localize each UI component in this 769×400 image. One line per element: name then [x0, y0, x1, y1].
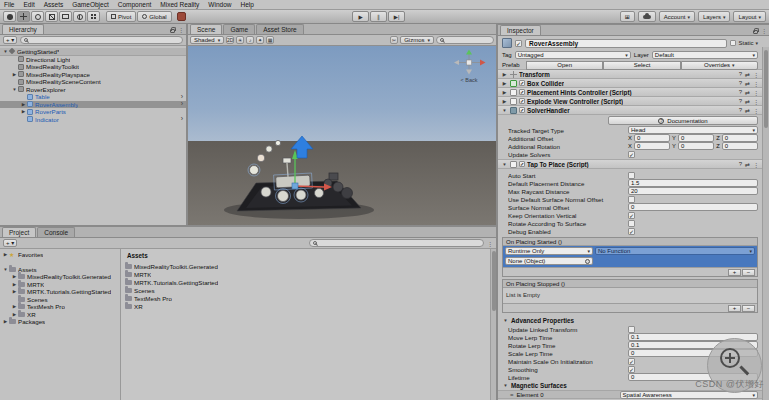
active-checkbox[interactable]: ✓ [515, 40, 522, 47]
help-icon[interactable]: ? [739, 89, 742, 95]
menu-window[interactable]: Window [208, 1, 231, 8]
create-button[interactable]: + ▾ [3, 36, 17, 44]
kebab-menu-icon[interactable]: ⋮ [753, 71, 759, 78]
foldout-closed-icon[interactable]: ▶ [501, 72, 508, 77]
step-button[interactable]: ▶| [388, 11, 405, 22]
scene-search-input[interactable] [436, 36, 494, 44]
hierarchy-item-directional-light[interactable]: Directional Light [0, 56, 186, 64]
enabled-checkbox[interactable]: ✓ [519, 89, 525, 95]
menu-file[interactable]: File [4, 1, 14, 8]
event-function-dropdown[interactable]: No Function▾ [595, 247, 755, 255]
account-dropdown[interactable]: Account▾ [659, 11, 695, 22]
inspector-tab[interactable]: Inspector [500, 25, 541, 35]
kebab-menu-icon[interactable]: ⋮ [178, 26, 184, 33]
remove-event-button[interactable]: − [742, 305, 755, 312]
component-tap-to-place[interactable]: ▼ ✓ Tap To Place (Script) ?⇄⋮ [498, 159, 762, 169]
asset-item-mrtk[interactable]: MRTK [125, 270, 496, 278]
project-search-input[interactable] [309, 239, 484, 247]
presets-icon[interactable]: ⇄ [745, 98, 750, 105]
hierarchy-item-mixedrealitytoolkit[interactable]: MixedRealityToolkit [0, 63, 186, 71]
scale-tool-button[interactable] [45, 11, 58, 22]
checkbox-use-default-surface-normal-offset[interactable] [628, 196, 635, 203]
remove-event-button[interactable]: − [742, 269, 755, 276]
audio-toggle[interactable]: ♪ [246, 36, 254, 44]
z-field-additional-offset[interactable]: 0 [722, 134, 758, 142]
menu-assets[interactable]: Assets [44, 1, 64, 8]
scene-viewport[interactable]: < Back [188, 46, 496, 225]
foldout-open-icon[interactable]: ▼ [11, 87, 18, 92]
project-folder-xr[interactable]: ▶ XR [0, 311, 120, 319]
hierarchy-tab[interactable]: Hierarchy [2, 24, 44, 34]
hierarchy-item-gettingstarted[interactable]: ▼ GettingStarted* [0, 48, 186, 56]
event-object-field[interactable]: None (Object) [505, 257, 593, 265]
foldout-closed-icon[interactable]: ▶ [11, 282, 18, 287]
help-icon[interactable]: ? [739, 107, 742, 113]
enabled-checkbox[interactable]: ✓ [519, 107, 525, 113]
menu-component[interactable]: Component [118, 1, 152, 8]
help-icon[interactable]: ? [739, 161, 742, 167]
hierarchy-item-roverparts[interactable]: ▶ RoverParts [0, 108, 186, 116]
project-folder-packages[interactable]: ▶ Packages [0, 318, 120, 326]
lighting-toggle[interactable]: ☀ [236, 36, 244, 44]
transform-tool-button[interactable] [73, 11, 86, 22]
create-button[interactable]: + ▾ [3, 239, 17, 247]
project-scrollbar[interactable] [490, 249, 496, 400]
checkbox-debug-enabled[interactable]: ✓ [628, 228, 635, 235]
view-tab-asset-store[interactable]: Asset Store [256, 24, 304, 34]
collab-button[interactable]: ⊞ [620, 11, 635, 22]
move-tool-button[interactable] [17, 11, 30, 22]
menu-gameobject[interactable]: GameObject [72, 1, 109, 8]
y-field-additional-rotation[interactable]: 0 [678, 142, 714, 150]
prefab-open-chevron-icon[interactable]: › [181, 116, 183, 122]
tool-settings-icon[interactable]: ✂ [390, 36, 398, 44]
foldout-closed-icon[interactable]: ▶ [11, 289, 18, 294]
layers-dropdown[interactable]: Layers▾ [698, 11, 731, 22]
checkbox-auto-start[interactable] [628, 172, 635, 179]
help-icon[interactable]: ? [739, 80, 742, 86]
hierarchy-item-roverexplorer[interactable]: ▼ RoverExplorer [0, 86, 186, 94]
checkbox-maintain-scale-on-initialization[interactable]: ✓ [628, 358, 635, 365]
view-tab-game[interactable]: Game [223, 24, 255, 34]
documentation-button[interactable]: ?Documentation [608, 116, 758, 125]
hierarchy-search-input[interactable] [20, 36, 183, 44]
drag-handle-icon[interactable]: = [510, 392, 514, 398]
lock-icon[interactable] [753, 30, 758, 34]
advanced-properties-foldout[interactable]: ▼ Advanced Properties [498, 315, 762, 325]
field-max-raycast-distance[interactable]: 20 [628, 187, 758, 195]
project-folder-favorites[interactable]: ▶ ★ Favorites [0, 251, 120, 259]
dropdown-tracked-target-type[interactable]: Head▾ [628, 126, 758, 134]
gameobject-name-field[interactable]: RoverAssembly [525, 39, 727, 48]
foldout-closed-icon[interactable]: ▶ [501, 99, 508, 104]
component-solverhandler[interactable]: ▼ ✓ SolverHandler ?⇄⋮ [498, 105, 762, 115]
prefab-overrides-button[interactable]: Overrides▾ [681, 61, 758, 70]
foldout-open-icon[interactable]: ▼ [2, 267, 9, 272]
view-tab-scene[interactable]: Scene [190, 24, 222, 34]
hand-tool-button[interactable] [3, 11, 16, 22]
checkbox-keep-orientation-vertical[interactable]: ✓ [628, 212, 635, 219]
foldout-closed-icon[interactable]: ▶ [11, 274, 18, 279]
hierarchy-item-mixedrealityplayspace[interactable]: ▶ MixedRealityPlayspace [0, 71, 186, 79]
kebab-menu-icon[interactable]: ⋮ [753, 98, 759, 105]
tag-dropdown[interactable]: Untagged▾ [515, 51, 631, 59]
bottom-tab-console[interactable]: Console [37, 227, 75, 237]
kebab-menu-icon[interactable]: ⋮ [487, 240, 493, 247]
prefab-select-button[interactable]: Select [603, 61, 680, 70]
hierarchy-item-table[interactable]: Table › [0, 93, 186, 101]
object-picker-icon[interactable] [585, 259, 590, 264]
asset-item-scenes[interactable]: Scenes [125, 286, 496, 294]
foldout-closed-icon[interactable]: ▶ [11, 304, 18, 309]
pivot-toggle[interactable]: Pivot [106, 11, 136, 22]
add-event-button[interactable]: + [728, 305, 741, 312]
presets-icon[interactable]: ⇄ [745, 161, 750, 168]
foldout-open-icon[interactable]: ▼ [501, 162, 508, 167]
asset-item-textmesh-pro[interactable]: TextMesh Pro [125, 294, 496, 302]
prefab-open-chevron-icon[interactable]: › [181, 101, 183, 107]
hierarchy-item-roverassembly[interactable]: ▶ RoverAssembly › [0, 101, 186, 109]
enabled-checkbox[interactable]: ✓ [519, 98, 525, 104]
menu-mixed-reality[interactable]: Mixed Reality [160, 1, 199, 8]
add-event-button[interactable]: + [728, 269, 741, 276]
foldout-open-icon[interactable]: ▼ [501, 108, 508, 113]
hierarchy-item-mixedrealityscenecontent[interactable]: MixedRealitySceneContent [0, 78, 186, 86]
field-default-placement-distance[interactable]: 1.5 [628, 179, 758, 187]
static-checkbox[interactable] [730, 40, 736, 46]
